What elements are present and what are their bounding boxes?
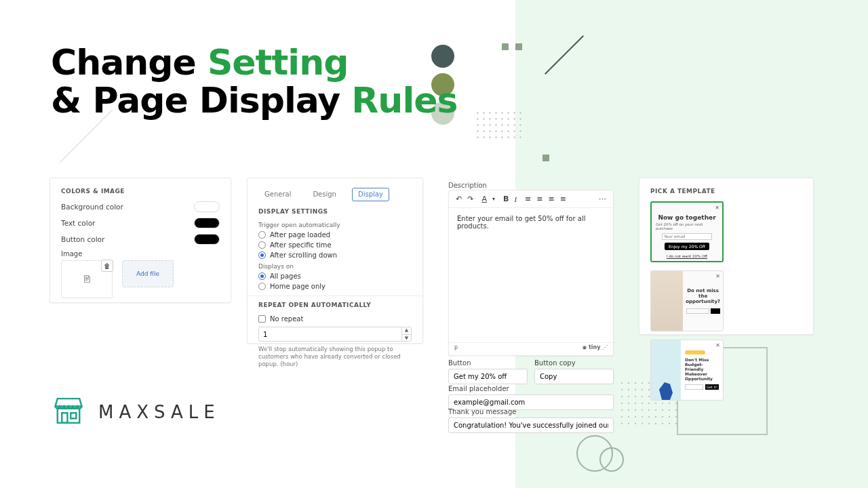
- decor-dotgrid: [475, 110, 522, 141]
- no-repeat-checkbox[interactable]: No repeat: [258, 315, 412, 323]
- tiny-logo-icon: ◉: [582, 344, 587, 350]
- displays-on-label: Displays on: [258, 263, 412, 270]
- text-color-icon[interactable]: A: [481, 195, 487, 203]
- svg-rect-1: [62, 413, 67, 423]
- undo-icon[interactable]: ↶: [456, 195, 462, 203]
- align-left-icon[interactable]: ≡: [525, 195, 531, 203]
- bold-icon[interactable]: B: [503, 195, 509, 203]
- svg-rect-2: [71, 413, 76, 418]
- decor-square: [515, 43, 522, 50]
- storefront-icon: [51, 393, 86, 431]
- tpl3-photo: [651, 340, 681, 400]
- tpl2-photo: [651, 271, 683, 331]
- bg-color-label: Background color: [61, 203, 123, 211]
- chevron-down-icon[interactable]: ▾: [492, 196, 495, 202]
- tiny-brand: tiny: [589, 344, 600, 350]
- text-color-label: Text color: [61, 219, 95, 227]
- decor-ring: [599, 447, 624, 472]
- display-settings-title: DISPLAY SETTINGS: [258, 208, 412, 215]
- redo-icon[interactable]: ↷: [467, 195, 473, 203]
- description-editor: ↶ ↷ A▾ B I ≡ ≡ ≡ ≡ ⋯ Enter your email to…: [448, 190, 614, 356]
- tpl1-sub: Get 20% off on your next purchase: [656, 222, 718, 230]
- template-option-1[interactable]: ✕ Now go together Get 20% off on your ne…: [650, 201, 724, 262]
- button-label: Button: [448, 359, 528, 367]
- template-title: PICK A TEMPLATE: [650, 188, 802, 195]
- thank-you-label: Thank you message: [448, 408, 614, 415]
- align-justify-icon[interactable]: ≡: [560, 195, 566, 203]
- tpl3-button: Get it!: [705, 384, 719, 390]
- shoe-icon: [659, 382, 673, 400]
- tpl1-title: Now go together: [658, 214, 715, 221]
- repeat-value-field[interactable]: [259, 331, 401, 338]
- resize-handle-icon[interactable]: ⋰: [602, 344, 608, 350]
- description-label: Description: [448, 182, 487, 189]
- tpl3-badge: [685, 350, 705, 354]
- image-label: Image: [61, 250, 220, 258]
- close-icon[interactable]: ✕: [715, 205, 719, 211]
- template-option-2[interactable]: ✕ Do not miss the opportunity?: [650, 270, 724, 331]
- tpl3-line1: Don't Miss Budget-Friendly: [685, 357, 719, 371]
- button-color-label: Button color: [61, 235, 104, 243]
- editor-toolbar: ↶ ↷ A▾ B I ≡ ≡ ≡ ≡ ⋯: [449, 190, 613, 208]
- button-text-input[interactable]: [448, 369, 528, 384]
- displays-home-only[interactable]: Home page only: [258, 283, 412, 290]
- template-option-3[interactable]: ✕ Don't Miss Budget-Friendly Makeover Op…: [650, 340, 724, 401]
- tpl2-button: [711, 308, 720, 314]
- document-icon: 🖹: [82, 274, 92, 285]
- tab-display[interactable]: Display: [352, 188, 389, 201]
- text-color-swatch[interactable]: [194, 218, 220, 228]
- decor-square: [502, 43, 509, 50]
- more-icon[interactable]: ⋯: [599, 195, 606, 203]
- trigger-after-scroll[interactable]: After scrolling down: [258, 251, 412, 259]
- displays-all-pages[interactable]: All pages: [258, 272, 412, 280]
- image-thumbnail[interactable]: 🗑 🖹: [61, 260, 113, 298]
- repeat-hint: We'll stop automatically showing this po…: [258, 346, 412, 368]
- align-right-icon[interactable]: ≡: [548, 195, 554, 203]
- brand-name: MAXSALE: [98, 402, 220, 422]
- email-placeholder-label: Email placeholder: [448, 385, 614, 392]
- tpl3-line2: Makeover Opportunity: [685, 371, 719, 381]
- tab-general[interactable]: General: [258, 188, 297, 201]
- thank-you-input[interactable]: [448, 418, 614, 433]
- delete-image-button[interactable]: 🗑: [101, 260, 113, 272]
- align-center-icon[interactable]: ≡: [536, 195, 542, 203]
- button-copy-input[interactable]: [534, 369, 614, 384]
- close-icon[interactable]: ✕: [715, 273, 720, 279]
- hero-heading: Change Setting & Page Display Rules: [51, 44, 457, 119]
- tpl1-email: [662, 233, 712, 240]
- template-picker-panel: PICK A TEMPLATE ✕ Now go together Get 20…: [639, 178, 814, 335]
- panel-title: COLORS & IMAGE: [61, 188, 220, 195]
- tab-design[interactable]: Design: [307, 188, 342, 201]
- tpl1-button: Enjoy my 20% Off: [665, 243, 709, 250]
- tpl2-input: [686, 308, 709, 314]
- editor-path: p: [454, 344, 458, 350]
- colors-image-panel: COLORS & IMAGE Background color Text col…: [50, 178, 231, 303]
- hero-text: & Page Display: [51, 80, 351, 121]
- button-color-swatch[interactable]: [194, 234, 220, 245]
- tpl2-title: Do not miss the opportunity?: [686, 288, 720, 304]
- brand-logo: MAXSALE: [51, 393, 220, 431]
- repeat-interval-input[interactable]: ▲▼: [258, 327, 412, 342]
- hero-text: Change: [51, 42, 208, 83]
- hero-accent: Setting: [208, 42, 349, 83]
- tpl3-input: [685, 384, 703, 390]
- add-file-button[interactable]: Add file: [122, 260, 174, 287]
- hero-accent: Rules: [351, 80, 457, 121]
- close-icon[interactable]: ✕: [715, 342, 720, 348]
- trigger-label: Trigger open automatically: [258, 222, 412, 228]
- tpl1-decline: I do not want 20% Off: [667, 254, 707, 258]
- button-copy-label: Button copy: [534, 359, 614, 367]
- editor-content[interactable]: Enter your email to get 50% off for all …: [449, 208, 613, 342]
- repeat-title: REPEAT OPEN AUTOMATICALLY: [258, 302, 412, 308]
- italic-icon[interactable]: I: [514, 195, 517, 203]
- number-stepper[interactable]: ▲▼: [401, 327, 411, 342]
- decor-square: [542, 155, 549, 161]
- display-settings-panel: General Design Display DISPLAY SETTINGS …: [247, 178, 423, 344]
- trigger-after-time[interactable]: After specific time: [258, 241, 412, 249]
- bg-color-swatch[interactable]: [194, 201, 220, 212]
- settings-tabs: General Design Display: [258, 188, 412, 201]
- trigger-after-loaded[interactable]: After page loaded: [258, 231, 412, 239]
